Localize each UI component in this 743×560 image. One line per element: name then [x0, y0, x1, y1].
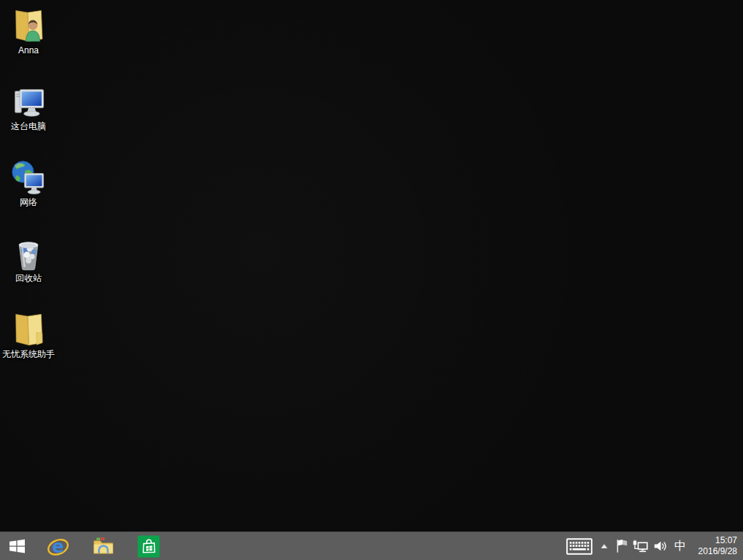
desktop-icon-label: Anna: [18, 46, 39, 55]
taskbar-app-area: e: [0, 532, 171, 560]
start-button[interactable]: [0, 532, 35, 560]
desktop-icon-label: 无忧系统助手: [2, 350, 55, 359]
desktop-icon-this-pc[interactable]: 这台电脑: [0, 82, 57, 131]
system-tray: 中 15:07 2016/9/28: [563, 532, 743, 560]
clock[interactable]: 15:07 2016/9/28: [690, 532, 739, 560]
svg-text:e: e: [52, 536, 64, 556]
desktop-icon-network[interactable]: 网络: [0, 158, 57, 207]
clock-date: 2016/9/28: [698, 546, 737, 557]
network-icon: [632, 540, 649, 553]
desktop-icon-label: 网络: [20, 198, 37, 207]
desktop-icon-label: 回收站: [15, 274, 42, 283]
desktop-icon-anna[interactable]: Anna: [0, 6, 57, 55]
file-explorer-icon: [92, 535, 115, 558]
chevron-up-icon: [600, 542, 609, 550]
network-status-button[interactable]: [630, 532, 650, 560]
user-folder-icon: [9, 6, 48, 45]
windows-logo-icon: [7, 537, 27, 556]
windows-store-icon: [137, 535, 160, 558]
keyboard-icon: [566, 538, 593, 555]
ime-indicator-button[interactable]: 中: [670, 532, 690, 560]
desktop[interactable]: Anna 这台电脑: [0, 0, 743, 560]
desktop-icon-label: 这台电脑: [11, 122, 46, 131]
touch-keyboard-button[interactable]: [563, 532, 596, 560]
show-hidden-icons-button[interactable]: [596, 532, 612, 560]
flag-icon: [615, 538, 628, 554]
network-globe-icon: [9, 158, 48, 197]
clock-time: 15:07: [715, 535, 737, 546]
recycle-bin-icon: [9, 234, 48, 273]
taskbar-file-explorer-button[interactable]: [80, 532, 126, 560]
taskbar-store-button[interactable]: [126, 532, 171, 560]
volume-button[interactable]: [650, 532, 670, 560]
folder-icon: [9, 310, 48, 349]
internet-explorer-icon: e: [47, 535, 69, 558]
this-pc-icon: [9, 82, 48, 121]
speaker-icon: [653, 540, 668, 553]
desktop-icon-recycle-bin[interactable]: 回收站: [0, 234, 57, 283]
desktop-icon-wuyou-folder[interactable]: 无忧系统助手: [0, 310, 57, 359]
taskbar-internet-explorer-button[interactable]: e: [35, 532, 80, 560]
taskbar: e: [0, 532, 743, 560]
ime-language-label: 中: [674, 540, 686, 552]
action-center-button[interactable]: [612, 532, 630, 560]
